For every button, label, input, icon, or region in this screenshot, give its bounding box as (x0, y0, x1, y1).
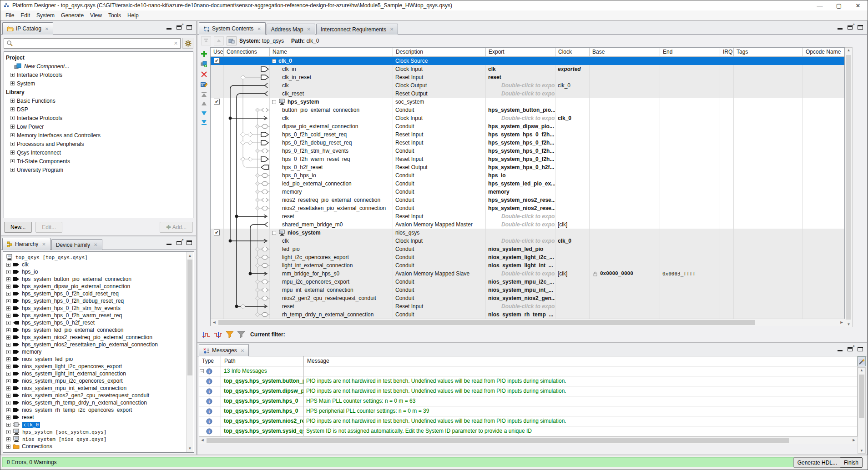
tab-system-contents[interactable]: System Contents✕ (199, 22, 266, 35)
table-row[interactable]: ✔nios_systemnios_qsys (211, 229, 844, 237)
expand-icon[interactable] (6, 430, 10, 434)
table-row[interactable]: rh_temp_drdy_n_external_connectionCondui… (211, 310, 844, 319)
table-row[interactable]: clkClock InputDouble-click to exportclk_… (211, 114, 844, 122)
column-header-description[interactable]: Description (393, 48, 486, 56)
move-bottom-icon[interactable] (201, 120, 207, 125)
collapse-icon[interactable] (200, 369, 204, 373)
table-row[interactable]: hps_0_f2h_warm_reset_reqReset Inputhps_s… (211, 155, 844, 163)
hierarchy-item[interactable]: hps_system_nios2_resettaken_pio_external… (5, 341, 194, 348)
menu-item-file[interactable]: File (2, 11, 17, 20)
remove-icon[interactable] (201, 71, 207, 77)
hierarchy-item[interactable]: hps_system_button_pio_external_connectio… (5, 275, 194, 283)
table-row[interactable]: clk_in_resetReset Inputreset (211, 73, 844, 81)
move-top-icon[interactable] (201, 92, 207, 97)
table-hscrollbar[interactable]: ◄► (211, 319, 845, 326)
tab-device-family[interactable]: Device Family✕ (51, 239, 102, 250)
close-tab-icon[interactable]: ✕ (42, 242, 45, 247)
table-row[interactable]: led_pio_external_connectionConduithps_sy… (211, 180, 844, 188)
ip-tree-item[interactable]: System (6, 79, 193, 88)
messages-column-header-type[interactable]: Type (199, 356, 221, 366)
finish-button[interactable]: Finish (840, 457, 863, 468)
expand-icon[interactable] (10, 150, 15, 155)
hierarchy-item[interactable]: memory (5, 348, 194, 355)
ip-tree-item[interactable]: Basic Functions (6, 96, 193, 105)
filter-icon[interactable] (226, 331, 234, 338)
move-down-icon[interactable] (201, 110, 207, 115)
table-row[interactable]: clkClock InputDouble-click to exportclk_… (211, 237, 844, 245)
move-up-icon[interactable] (201, 101, 207, 106)
ip-tree-item[interactable]: Processors and Peripherals (6, 140, 193, 148)
expand-icon[interactable] (6, 314, 10, 318)
hierarchy-item[interactable]: hps_system_dipsw_pio_external_connection (5, 283, 194, 290)
table-row[interactable]: hps_0_hps_ioConduithps_io (211, 171, 844, 180)
expand-icon[interactable] (10, 116, 15, 120)
hierarchy-item[interactable]: hps_system_hps_0_h2f_reset (5, 319, 194, 326)
message-row[interactable]: itop_qsys.hps_system.nios2_resettaken_pi… (199, 416, 858, 426)
search-box[interactable]: ✕ (4, 38, 181, 49)
ip-tree-item[interactable]: Low Power (6, 122, 193, 131)
expand-icon[interactable] (6, 270, 10, 274)
expand-icon[interactable] (10, 81, 15, 85)
expand-icon[interactable] (10, 99, 15, 103)
collapse-icon[interactable] (272, 59, 276, 63)
expand-icon[interactable] (6, 343, 10, 347)
table-row[interactable]: ✔hps_systemsoc_system (211, 98, 844, 106)
table-row[interactable]: led_pioConduitnios_system_led_pio (211, 245, 844, 253)
expand-icon[interactable] (10, 133, 15, 137)
messages-column-header-message[interactable]: Message (304, 356, 858, 366)
tab-interconnect-requirements[interactable]: Interconnect Requirements✕ (316, 24, 398, 35)
close-tab-icon[interactable]: ✕ (390, 27, 394, 32)
expand-icon[interactable] (10, 159, 15, 163)
messages-vscrollbar[interactable]: ▲ ▼ (858, 367, 866, 454)
expand-icon[interactable] (6, 372, 10, 376)
hierarchy-item[interactable]: nios_system_nios2_gen2_cpu_resetrequest_… (5, 392, 194, 399)
column-header-tags[interactable]: Tags (734, 48, 803, 56)
table-row[interactable]: button_pio_external_connectionConduithps… (211, 106, 844, 114)
clear-search-icon[interactable]: ✕ (174, 40, 178, 46)
expand-icon[interactable] (6, 277, 10, 281)
hierarchy-item[interactable]: Connections (5, 443, 194, 450)
add-component-icon[interactable] (201, 51, 207, 57)
expand-icon[interactable] (6, 386, 10, 390)
menu-item-view[interactable]: View (87, 11, 105, 20)
component-view-button[interactable] (227, 36, 237, 45)
expand-icon[interactable] (6, 408, 10, 412)
collapse-icon[interactable] (272, 100, 276, 104)
table-row[interactable]: hps_0_f2h_stm_hw_eventsConduithps_system… (211, 147, 844, 155)
hierarchy-item[interactable]: nios_system_light_i2c_opencores_export (5, 363, 194, 370)
menu-item-help[interactable]: Help (124, 11, 142, 20)
expand-icon[interactable] (6, 445, 10, 449)
messages-hscrollbar[interactable]: ◄► (199, 436, 858, 444)
hierarchy-item[interactable]: nios_system_rh_temp_i2c_opencores_export (5, 406, 194, 414)
add-button[interactable]: ✚ Add... (160, 222, 193, 233)
show-clocks-icon[interactable] (202, 331, 211, 338)
ip-tree-item[interactable]: Memory Interfaces and Controllers (6, 131, 193, 140)
move-up-level-button[interactable] (201, 36, 211, 45)
hierarchy-item[interactable]: hps_system_led_pio_external_connection (5, 326, 194, 334)
new-button[interactable]: New... (4, 222, 32, 233)
hierarchy-item[interactable]: nios_system_light_int_external_connectio… (5, 370, 194, 377)
table-vscrollbar[interactable]: ▲ ▼ (845, 47, 853, 327)
use-checkbox[interactable]: ✔ (214, 99, 220, 105)
expand-icon[interactable] (6, 328, 10, 332)
table-row[interactable]: light_int_external_connectionConduitnios… (211, 261, 844, 270)
expand-icon[interactable] (6, 285, 10, 289)
edit-button[interactable]: Edit... (35, 222, 62, 233)
message-row[interactable]: itop_qsys.hps_system.hps_0HPS Main PLL c… (199, 396, 858, 406)
hierarchy-item[interactable]: hps_system_nios2_resetreq_pio_external_c… (5, 334, 194, 341)
close-tab-icon[interactable]: ✕ (257, 26, 261, 31)
column-header-connections[interactable]: Connections (224, 48, 270, 56)
maximize-button[interactable]: ▢ (829, 0, 848, 10)
minimize-button[interactable]: — (810, 0, 829, 10)
show-resets-icon[interactable] (214, 331, 222, 338)
column-header-clock[interactable]: Clock (555, 48, 590, 56)
table-row[interactable]: resetReset InputDouble-click to export (211, 212, 844, 220)
table-row[interactable]: clk_inClock Inputclkexported (211, 65, 844, 73)
duplicate-component-icon[interactable] (201, 61, 207, 67)
hierarchy-item[interactable]: nios_system [nios_qsys.qsys] (5, 435, 194, 443)
column-header-opcode-name[interactable]: Opcode Name (803, 48, 845, 56)
table-row[interactable]: clkClock OutputDouble-click to exportclk… (211, 81, 844, 90)
use-checkbox[interactable]: ✔ (214, 58, 220, 64)
hierarchy-scrollbar[interactable]: ▲ ▼ (186, 252, 193, 452)
expand-icon[interactable] (6, 321, 10, 325)
